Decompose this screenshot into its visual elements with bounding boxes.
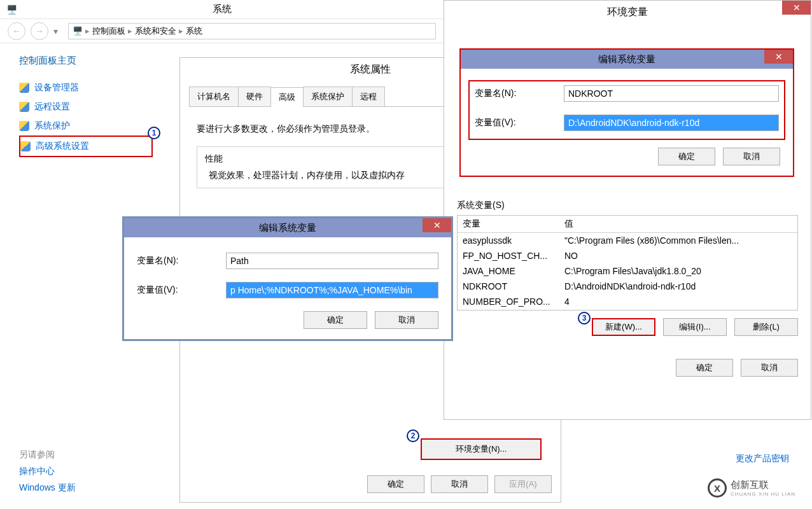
var-name-label: 变量名(N): [475, 88, 564, 99]
tab-advanced[interactable]: 高级 [270, 87, 304, 107]
new-button[interactable]: 新建(W)... [592, 318, 655, 336]
cancel-button[interactable]: 取消 [723, 148, 780, 165]
apply-button[interactable]: 应用(A) [494, 475, 552, 493]
tab-hardware[interactable]: 硬件 [238, 87, 271, 106]
shield-icon [19, 83, 29, 93]
see-also-header: 另请参阅 [19, 447, 76, 463]
tab-computer-name[interactable]: 计算机名 [189, 87, 239, 106]
system-vars-table[interactable]: 变量 值 easyplussdk"C:\Program Files (x86)\… [457, 215, 798, 310]
table-row: FP_NO_HOST_CH...NO [458, 248, 797, 263]
var-name-label: 变量名(N): [137, 255, 226, 267]
sidebar-item-protection[interactable]: 系统保护 [19, 116, 153, 136]
ok-button[interactable]: 确定 [367, 475, 424, 493]
var-name-input[interactable] [564, 85, 779, 102]
ok-button[interactable]: 确定 [304, 311, 367, 329]
sidebar-item-device-manager[interactable]: 设备管理器 [19, 78, 153, 97]
forward-button[interactable]: → [31, 22, 48, 40]
windows-update-link[interactable]: Windows 更新 [19, 480, 76, 496]
brand-logo: X 创新互联 CHUANG XIN HU LIAN [708, 478, 795, 498]
ok-button[interactable]: 确定 [658, 148, 715, 165]
breadcrumb-item[interactable]: 系统和安全 [135, 25, 176, 37]
dialog-title: 编辑系统变量 [598, 53, 655, 66]
sidebar-heading: 控制面板主页 [19, 55, 153, 67]
tab-remote[interactable]: 远程 [352, 87, 385, 106]
cancel-button[interactable]: 取消 [741, 359, 798, 377]
see-also-section: 另请参阅 操作中心 Windows 更新 [19, 447, 76, 496]
sidebar-item-advanced[interactable]: 高级系统设置 1 [19, 136, 153, 157]
close-button[interactable]: ✕ [423, 218, 451, 232]
marker-3: 3 [578, 312, 591, 324]
tab-protection[interactable]: 系统保护 [303, 87, 353, 106]
edit-button[interactable]: 编辑(I)... [663, 318, 727, 336]
dialog-title: 编辑系统变量 [259, 222, 316, 234]
var-value-label: 变量值(V): [137, 284, 226, 296]
breadcrumb[interactable]: 🖥️▸ 控制面板▸ 系统和安全▸ 系统 [68, 23, 436, 39]
var-value-input[interactable] [564, 115, 779, 131]
cancel-button[interactable]: 取消 [375, 311, 438, 329]
var-name-input[interactable] [226, 253, 438, 269]
table-row: JAVA_HOMEC:\Program Files\Java\jdk1.8.0_… [458, 263, 797, 279]
var-value-input[interactable] [226, 282, 438, 298]
back-button[interactable]: ← [8, 22, 25, 40]
shield-icon [20, 141, 31, 151]
breadcrumb-item[interactable]: 系统 [186, 25, 202, 37]
breadcrumb-item[interactable]: 控制面板 [92, 25, 125, 37]
logo-icon: X [708, 478, 727, 498]
shield-icon [19, 102, 29, 112]
close-button[interactable]: ✕ [782, 1, 811, 15]
table-row: NDKROOTD:\AndroidNDK\android-ndk-r10d [458, 279, 797, 294]
edit-var-dialog-path: 5 编辑系统变量 ✕ 变量名(N): 变量值(V): 确定 取消 [122, 216, 453, 341]
sidebar-item-remote[interactable]: 远程设置 [19, 97, 153, 116]
action-center-link[interactable]: 操作中心 [19, 463, 76, 480]
shield-icon [19, 121, 29, 131]
var-value-label: 变量值(V): [475, 117, 564, 129]
marker-1: 1 [148, 127, 160, 139]
window-title: 系统 [213, 3, 232, 15]
close-button[interactable]: ✕ [764, 50, 793, 64]
marker-2: 2 [407, 429, 419, 442]
env-vars-button[interactable]: 环境变量(N)... [421, 438, 542, 460]
edit-var-dialog-ndkroot: 4 编辑系统变量 ✕ 变量名(N): 变量值(V): 确定 取消 [459, 48, 794, 177]
history-dropdown-icon[interactable]: ▾ [53, 26, 58, 36]
table-row: easyplussdk"C:\Program Files (x86)\Commo… [458, 233, 797, 249]
system-vars-label: 系统变量(S) [457, 200, 798, 211]
ok-button[interactable]: 确定 [676, 359, 733, 377]
table-row: NUMBER_OF_PRO...4 [458, 294, 797, 309]
cancel-button[interactable]: 取消 [431, 475, 488, 493]
change-product-key-link[interactable]: 更改产品密钥 [736, 453, 789, 464]
dialog-title: 环境变量 [444, 1, 811, 24]
delete-button[interactable]: 删除(L) [734, 318, 798, 336]
